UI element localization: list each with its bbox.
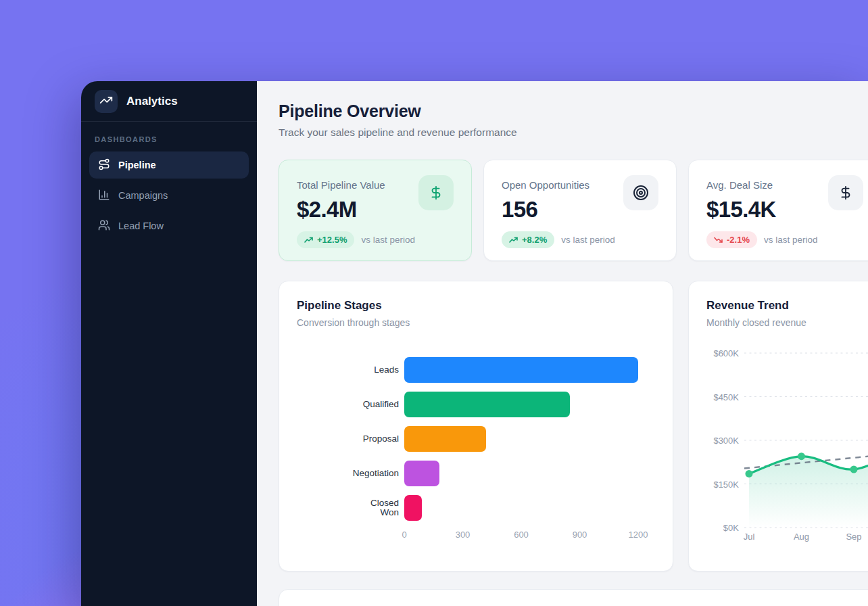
users-icon <box>98 219 110 233</box>
kpi-row: Total Pipeline Value $2.4M +12.5% <box>279 160 868 261</box>
main-content: Pipeline Overview Track your sales pipel… <box>257 81 868 606</box>
bar-closed-won <box>404 495 422 521</box>
x-axis-label: Aug <box>794 532 809 542</box>
target-icon <box>623 175 658 210</box>
bar-track <box>404 392 638 417</box>
comparison-label: vs last period <box>764 235 818 245</box>
y-axis-label: $300K <box>706 436 739 446</box>
dollar-icon <box>828 175 863 210</box>
x-axis-label: Jul <box>744 532 755 542</box>
data-point-sep <box>850 466 858 473</box>
bar-track <box>404 495 638 521</box>
pipeline-stage-row: Closed Won <box>297 495 655 521</box>
bar-label: Negotiation <box>297 469 404 478</box>
route-icon <box>98 158 110 172</box>
pipeline-stage-row: Negotiation <box>297 461 655 486</box>
data-point-aug <box>798 452 805 460</box>
kpi-label: Avg. Deal Size <box>706 177 776 191</box>
chart-title: Revenue Trend <box>706 299 868 312</box>
chart-subtitle: Conversion through stages <box>297 317 655 329</box>
revenue-line-plot <box>744 353 868 528</box>
delta-value: -2.1% <box>727 235 750 245</box>
chart-subtitle: Monthly closed revenue <box>706 317 868 329</box>
delta-value: +8.2% <box>522 235 547 245</box>
bar-leads <box>404 357 638 383</box>
kpi-card-open-opportunities: Open Opportunities 156 +8.2% <box>483 160 677 261</box>
y-axis-label: $450K <box>706 392 739 402</box>
sidebar-item-campaigns[interactable]: Campaigns <box>89 182 249 209</box>
pipeline-stage-row: Proposal <box>297 426 655 452</box>
bar-track <box>404 461 638 486</box>
kpi-value: $15.4K <box>706 197 776 222</box>
bar-qualified <box>404 392 570 417</box>
bar-track <box>404 426 638 452</box>
kpi-value: $2.4M <box>297 197 385 222</box>
bar-negotiation <box>404 461 439 486</box>
sidebar-item-label: Pipeline <box>118 160 156 170</box>
y-axis-label: $0K <box>706 523 739 533</box>
kpi-card-avg-deal-size: Avg. Deal Size $15.4K -2.1% <box>688 160 868 261</box>
y-axis-label: $600K <box>706 348 739 358</box>
kpi-label: Total Pipeline Value <box>297 177 385 191</box>
x-axis-tick: 900 <box>573 530 587 540</box>
x-axis-label: Sep <box>846 532 861 542</box>
dollar-icon <box>418 175 454 210</box>
page-title: Pipeline Overview <box>279 101 868 120</box>
trending-up-icon <box>99 93 113 110</box>
pipeline-x-axis: 03006009001200 <box>404 530 638 542</box>
pipeline-stage-row: Qualified <box>297 392 655 417</box>
chart-title: Pipeline Stages <box>297 299 655 312</box>
desktop: { "app": { "name": "Analytics" }, "sideb… <box>0 0 868 606</box>
bar-label: Closed Won <box>297 498 404 517</box>
sidebar-item-pipeline[interactable]: Pipeline <box>89 152 249 179</box>
kpi-label: Open Opportunities <box>502 177 589 191</box>
revenue-trend-card: Revenue Trend Monthly closed revenue <box>688 281 868 572</box>
charts-row: Pipeline Stages Conversion through stage… <box>279 281 868 572</box>
sidebar-item-label: Campaigns <box>118 190 168 201</box>
revenue-line-chart: $600K$450K$300K$150K$0KJulAugSep <box>706 353 868 556</box>
x-axis-tick: 0 <box>402 530 406 540</box>
bar-chart-icon <box>98 189 110 203</box>
y-axis-label: $150K <box>706 479 739 489</box>
trending-up-icon <box>509 237 518 243</box>
sidebar-nav: Pipeline Campaigns Lead Flow <box>81 152 257 239</box>
comparison-label: vs last period <box>361 235 415 245</box>
delta-badge: -2.1% <box>706 231 757 248</box>
sidebar-item-label: Lead Flow <box>118 220 164 231</box>
app-name: Analytics <box>126 95 178 108</box>
sidebar-item-lead-flow[interactable]: Lead Flow <box>89 212 249 239</box>
bar-label: Qualified <box>297 400 404 409</box>
page-subtitle: Track your sales pipeline and revenue pe… <box>279 126 868 139</box>
trending-down-icon <box>714 237 723 243</box>
delta-value: +12.5% <box>317 235 347 245</box>
sidebar-header: Analytics <box>81 81 257 122</box>
delta-badge: +12.5% <box>297 231 354 248</box>
bar-label: Leads <box>297 365 404 375</box>
app-window: Analytics DASHBOARDS Pipeline Campaigns <box>81 81 868 606</box>
kpi-value: 156 <box>502 197 589 222</box>
pipeline-bar-chart: LeadsQualifiedProposalNegotiationClosed … <box>297 357 655 521</box>
x-axis-tick: 600 <box>514 530 529 540</box>
bar-label: Proposal <box>297 434 404 444</box>
x-axis-tick: 1200 <box>629 530 648 540</box>
comparison-label: vs last period <box>561 235 615 245</box>
bottom-card-clipped <box>279 589 868 606</box>
x-axis-tick: 300 <box>456 530 471 540</box>
bar-proposal <box>404 426 486 452</box>
delta-badge: +8.2% <box>502 231 554 248</box>
kpi-card-total-pipeline-value: Total Pipeline Value $2.4M +12.5% <box>279 160 472 261</box>
sidebar: Analytics DASHBOARDS Pipeline Campaigns <box>81 81 257 606</box>
trending-up-icon <box>304 237 313 243</box>
app-logo <box>95 90 118 113</box>
pipeline-stages-card: Pipeline Stages Conversion through stage… <box>279 281 673 572</box>
data-point-jul <box>746 470 753 477</box>
pipeline-stage-row: Leads <box>297 357 655 383</box>
sidebar-section-label: DASHBOARDS <box>95 135 243 143</box>
bar-track <box>404 357 638 383</box>
